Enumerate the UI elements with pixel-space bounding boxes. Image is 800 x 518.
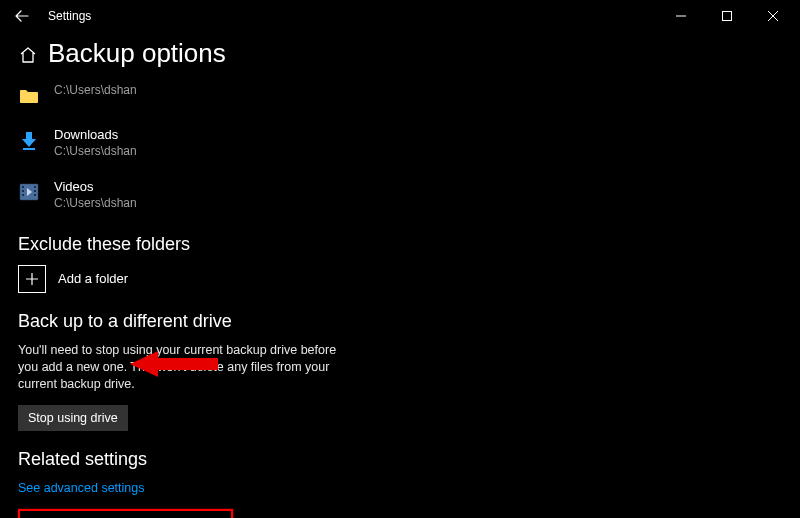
folder-item[interactable]: Downloads C:\Users\dshan xyxy=(18,123,782,163)
svg-rect-3 xyxy=(22,186,24,188)
different-drive-body: You'll need to stop using your current b… xyxy=(18,342,348,393)
back-button[interactable] xyxy=(4,0,40,32)
svg-rect-8 xyxy=(34,194,36,196)
close-button[interactable] xyxy=(750,0,796,32)
svg-rect-0 xyxy=(723,12,732,21)
folder-name: Videos xyxy=(54,179,137,196)
title-bar: Settings xyxy=(0,0,800,32)
page-header: Backup options xyxy=(18,38,782,69)
svg-rect-6 xyxy=(34,186,36,188)
plus-icon xyxy=(18,265,46,293)
add-folder-label: Add a folder xyxy=(58,271,128,286)
svg-rect-7 xyxy=(34,190,36,192)
maximize-button[interactable] xyxy=(704,0,750,32)
folder-path: C:\Users\dshan xyxy=(54,196,137,212)
close-icon xyxy=(768,11,778,21)
minimize-icon xyxy=(676,11,686,21)
different-drive-heading: Back up to a different drive xyxy=(18,311,782,332)
window-title: Settings xyxy=(48,9,91,23)
home-icon[interactable] xyxy=(18,45,38,65)
restore-link-highlight: Restore files from a current backup xyxy=(18,509,233,518)
related-heading: Related settings xyxy=(18,449,782,470)
exclude-heading: Exclude these folders xyxy=(18,234,782,255)
svg-rect-4 xyxy=(22,190,24,192)
folder-path: C:\Users\dshan xyxy=(54,83,137,99)
svg-rect-5 xyxy=(22,194,24,196)
folder-path: C:\Users\dshan xyxy=(54,144,137,160)
see-advanced-link[interactable]: See advanced settings xyxy=(18,481,144,495)
folder-item[interactable]: Videos C:\Users\dshan xyxy=(18,175,782,215)
add-folder-button[interactable]: Add a folder xyxy=(18,265,782,293)
folder-item[interactable]: C:\Users\dshan xyxy=(18,79,782,111)
download-icon xyxy=(18,129,40,151)
minimize-button[interactable] xyxy=(658,0,704,32)
stop-using-drive-button[interactable]: Stop using drive xyxy=(18,405,128,431)
window-controls xyxy=(658,0,796,32)
folder-icon xyxy=(18,85,40,107)
maximize-icon xyxy=(722,11,732,21)
svg-rect-1 xyxy=(23,148,35,150)
page-title: Backup options xyxy=(48,38,226,69)
back-arrow-icon xyxy=(15,9,29,23)
folder-name: Downloads xyxy=(54,127,137,144)
videos-icon xyxy=(18,181,40,203)
